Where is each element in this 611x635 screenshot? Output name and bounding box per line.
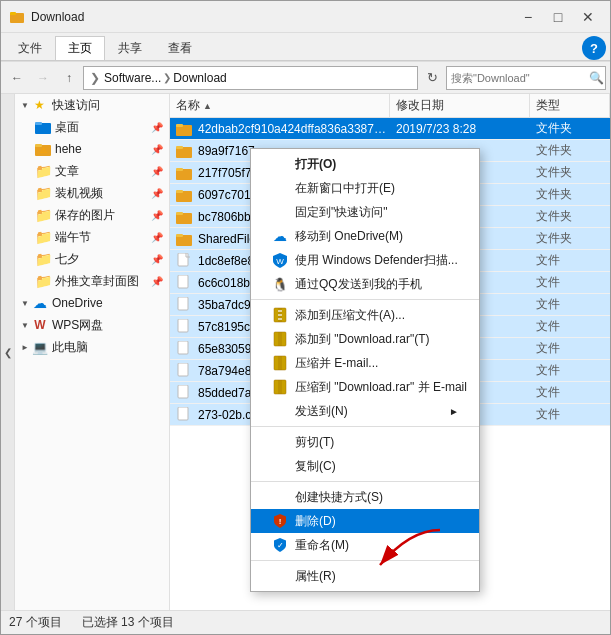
file-icon <box>174 297 194 313</box>
title-bar: Download − □ ✕ <box>1 1 610 33</box>
file-icon <box>174 319 194 335</box>
onedrive-move-icon: ☁ <box>271 227 289 245</box>
search-field[interactable]: 🔍 <box>446 66 606 90</box>
maximize-button[interactable]: □ <box>544 5 572 29</box>
file-type: 文件 <box>530 252 610 269</box>
ribbon-tabs: 文件 主页 共享 查看 ? <box>1 33 610 61</box>
ctx-move-onedrive[interactable]: ☁ 移动到 OneDrive(M) <box>251 224 479 248</box>
pin-icon-savedpics: 📌 <box>151 210 163 221</box>
ctx-add-download-rar[interactable]: 添加到 "Download.rar"(T) <box>251 327 479 351</box>
forward-button[interactable]: → <box>31 66 55 90</box>
col-header-date[interactable]: 修改日期 <box>390 94 530 117</box>
col-header-name[interactable]: 名称▲ <box>170 94 390 117</box>
ctx-send-qq[interactable]: 🐧 通过QQ发送到我的手机 <box>251 272 479 296</box>
ctx-add-compress[interactable]: 添加到压缩文件(A)... <box>251 303 479 327</box>
svg-rect-38 <box>278 380 282 394</box>
file-row[interactable]: 42dbab2cf910a424dffa836a33879dc0 2019/7/… <box>170 118 610 140</box>
wps-icon: W <box>32 317 48 333</box>
sidebar-item-duanwu[interactable]: 📁 端午节 📌 <box>15 226 169 248</box>
file-type: 文件 <box>530 406 610 423</box>
shortcut-icon <box>271 488 289 506</box>
ctx-open[interactable]: 打开(O) <box>251 152 479 176</box>
ctx-delete[interactable]: ! 删除(D) <box>251 509 479 533</box>
sidebar-collapse-button[interactable]: ❮ <box>1 94 15 610</box>
copy-icon <box>271 457 289 475</box>
file-list-header: 名称▲ 修改日期 类型 <box>170 94 610 118</box>
ctx-scan-defender[interactable]: W 使用 Windows Defender扫描... <box>251 248 479 272</box>
back-button[interactable]: ← <box>5 66 29 90</box>
file-type: 文件夹 <box>530 186 610 203</box>
svg-rect-26 <box>178 407 188 420</box>
pin-icon-hehe: 📌 <box>151 144 163 155</box>
sidebar-label-article: 文章 <box>55 163 79 180</box>
sidebar-item-onedrive[interactable]: ▼ ☁ OneDrive <box>15 292 169 314</box>
onedrive-icon: ☁ <box>32 295 48 311</box>
svg-rect-8 <box>176 124 183 127</box>
pin-icon-article: 📌 <box>151 166 163 177</box>
open-icon <box>271 155 289 173</box>
ctx-compress-download-email[interactable]: 压缩到 "Download.rar" 并 E-mail <box>251 375 479 399</box>
title-bar-icon <box>9 9 25 25</box>
address-chevron-icon: ❯ <box>90 71 100 85</box>
svg-rect-31 <box>278 314 282 316</box>
refresh-button[interactable]: ↻ <box>420 66 444 90</box>
thispc-expand-icon: ► <box>21 343 29 352</box>
open-new-window-icon <box>271 179 289 197</box>
folder-warn-icon: ⚠ <box>35 141 51 157</box>
tab-view[interactable]: 查看 <box>155 36 205 60</box>
ctx-pin-quick[interactable]: 固定到"快速访问" <box>251 200 479 224</box>
folder-video-icon: 📁 <box>35 185 51 201</box>
folder-icon <box>174 187 194 203</box>
ctx-copy[interactable]: 复制(C) <box>251 454 479 478</box>
col-header-type[interactable]: 类型 <box>530 94 610 117</box>
ctx-open-new-window[interactable]: 在新窗口中打开(E) <box>251 176 479 200</box>
svg-rect-14 <box>176 190 183 193</box>
ctx-rename[interactable]: ✓ 重命名(M) <box>251 533 479 557</box>
tab-home[interactable]: 主页 <box>55 36 105 60</box>
sidebar-item-wps[interactable]: ▼ W WPS网盘 <box>15 314 169 336</box>
pin-icon-duanwu: 📌 <box>151 232 163 243</box>
file-icon <box>174 253 194 269</box>
ctx-send-to[interactable]: 发送到(N) ► <box>251 399 479 423</box>
context-menu: 打开(O) 在新窗口中打开(E) 固定到"快速访问" ☁ 移动到 OneDriv… <box>250 148 480 592</box>
file-type: 文件夹 <box>530 120 610 137</box>
shield-delete-icon: ! <box>271 512 289 530</box>
address-field[interactable]: ❯ Software... ❯ Download <box>83 66 418 90</box>
title-bar-buttons: − □ ✕ <box>514 5 602 29</box>
ctx-create-shortcut[interactable]: 创建快捷方式(S) <box>251 485 479 509</box>
folder-savedpics-icon: 📁 <box>35 207 51 223</box>
svg-rect-30 <box>278 310 282 312</box>
file-name: 42dbab2cf910a424dffa836a33879dc0 <box>194 122 390 136</box>
svg-rect-36 <box>278 356 282 370</box>
folder-blue-icon <box>35 119 51 135</box>
svg-rect-18 <box>176 234 183 237</box>
selected-count: 已选择 13 个项目 <box>82 614 174 631</box>
ctx-properties[interactable]: 属性(R) <box>251 564 479 588</box>
sidebar-item-qixi[interactable]: 📁 七夕 📌 <box>15 248 169 270</box>
tab-file[interactable]: 文件 <box>5 36 55 60</box>
sidebar-item-video[interactable]: 📁 装机视频 📌 <box>15 182 169 204</box>
ctx-cut[interactable]: 剪切(T) <box>251 430 479 454</box>
minimize-button[interactable]: − <box>514 5 542 29</box>
help-button[interactable]: ? <box>582 36 606 60</box>
sidebar-label-wps: WPS网盘 <box>52 317 103 334</box>
ctx-compress-email[interactable]: 压缩并 E-mail... <box>251 351 479 375</box>
sidebar-item-desktop[interactable]: 桌面 📌 <box>15 116 169 138</box>
properties-icon <box>271 567 289 585</box>
sidebar-label-desktop: 桌面 <box>55 119 79 136</box>
sidebar-item-hehe[interactable]: ⚠ hehe 📌 <box>15 138 169 160</box>
sidebar-item-quick-access[interactable]: ▼ ★ 快速访问 <box>15 94 169 116</box>
file-type: 文件 <box>530 340 610 357</box>
computer-icon: 💻 <box>32 339 48 355</box>
up-button[interactable]: ↑ <box>57 66 81 90</box>
sidebar-item-saved-pics[interactable]: 📁 保存的图片 📌 <box>15 204 169 226</box>
sidebar-item-article[interactable]: 📁 文章 📌 <box>15 160 169 182</box>
tab-share[interactable]: 共享 <box>105 36 155 60</box>
search-input[interactable] <box>451 72 589 84</box>
folder-icon <box>174 231 194 247</box>
address-part-2: Download <box>173 71 226 85</box>
sidebar-item-thispc[interactable]: ► 💻 此电脑 <box>15 336 169 358</box>
file-type: 文件 <box>530 384 610 401</box>
close-button[interactable]: ✕ <box>574 5 602 29</box>
sidebar-item-cover[interactable]: 📁 外推文章封面图 📌 <box>15 270 169 292</box>
